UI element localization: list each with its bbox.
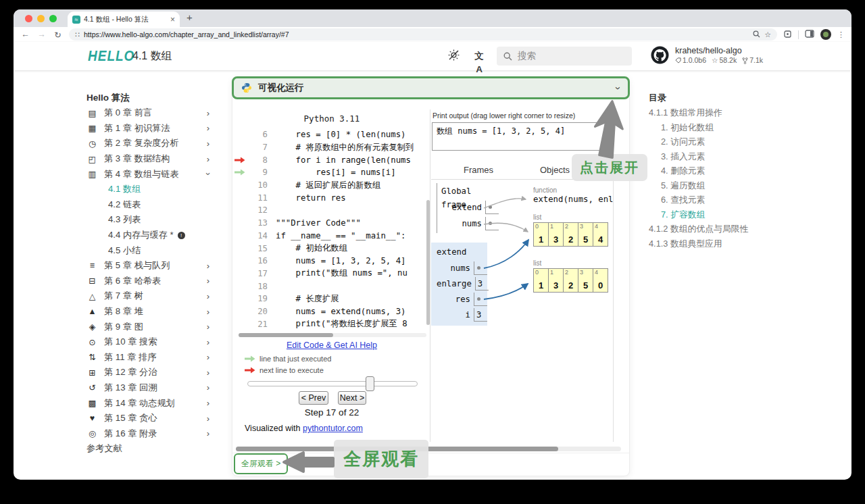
chevron-down-icon[interactable]: › [203, 173, 213, 176]
code-line: 8 for i in range(len(nums [232, 153, 429, 166]
toc-item[interactable]: 4.1.1 数组常用操作 [649, 105, 794, 120]
array-cell: 13 [548, 268, 564, 293]
chevron-right-icon[interactable]: › [207, 337, 209, 347]
profile-avatar[interactable] [820, 29, 831, 40]
sidebar-section[interactable]: 4.3 列表 [86, 212, 222, 228]
chevron-right-icon[interactable]: › [207, 108, 209, 118]
code-line: 15 # 初始化数组 [232, 242, 429, 255]
back-icon[interactable]: ← [20, 30, 30, 39]
sidebar-chapter[interactable]: ▩第 14 章 动态规划› [86, 395, 209, 411]
bookmark-star-icon[interactable]: ☆ [764, 30, 771, 39]
step-slider-thumb[interactable] [366, 376, 374, 391]
forward-icon[interactable]: → [36, 30, 47, 39]
sidebar-chapter[interactable]: ⊟第 6 章 哈希表› [86, 274, 209, 289]
sidebar-chapter[interactable]: △第 7 章 树› [86, 288, 209, 304]
new-tab-button[interactable]: + [187, 11, 193, 23]
chevron-right-icon[interactable]: › [207, 276, 209, 286]
sidebar-chapter[interactable]: ▥第 4 章 数组与链表› [86, 166, 209, 182]
chevron-right-icon[interactable]: › [207, 352, 209, 362]
chevron-right-icon[interactable]: › [207, 307, 209, 317]
toc-item[interactable]: 4.1.2 数组的优点与局限性 [649, 222, 794, 236]
sidebar-chapter[interactable]: ▲第 8 章 堆› [86, 304, 209, 320]
panel-divider [430, 109, 430, 442]
toc-item[interactable]: 6. 查找元素 [649, 193, 794, 207]
chevron-right-icon[interactable]: › [207, 322, 209, 332]
prev-step-button[interactable]: < Prev [299, 391, 328, 405]
zoom-level-icon[interactable] [753, 30, 760, 39]
chevron-right-icon[interactable]: › [207, 398, 209, 408]
variable-row: res [437, 291, 487, 306]
github-repo-link[interactable]: krahets/hello-algo 1.0.0b6 ☆ 58.2k 7.1k [651, 46, 763, 65]
chevron-right-icon[interactable]: › [207, 261, 209, 271]
site-info-icon[interactable]: ∷ [75, 30, 80, 39]
fullscreen-link[interactable]: 全屏观看 > [234, 453, 288, 474]
chevron-right-icon[interactable]: › [207, 154, 209, 164]
visual-run-header[interactable]: 可视化运行 › [232, 76, 630, 99]
browser-menu-icon[interactable]: ⋮ [837, 30, 845, 39]
fork-icon [742, 57, 748, 64]
toc-item[interactable]: 3. 插入元素 [649, 149, 794, 164]
reload-icon[interactable]: ↻ [53, 30, 63, 40]
search-input[interactable]: 搜索 [497, 47, 632, 66]
sidebar-chapter[interactable]: ◎第 16 章 附录› [86, 426, 209, 441]
hello-algo-logo[interactable]: HELLO [88, 46, 134, 66]
code-horizontal-scrollbar[interactable] [239, 333, 426, 337]
sidebar-chapter[interactable]: ≡第 5 章 栈与队列› [86, 258, 209, 274]
array-cell: 35 [578, 222, 593, 247]
chevron-down-icon[interactable]: › [613, 86, 624, 90]
value-cell: 3 [474, 308, 487, 322]
object-type-label: list [533, 213, 614, 222]
toc-item[interactable]: 7. 扩容数组 [649, 207, 794, 222]
visual-run-panel: 可视化运行 › Python 3.11 6 res = [0] * (len(n… [232, 76, 630, 476]
toc-item[interactable]: 5. 遍历数组 [649, 178, 794, 193]
theme-toggle-icon[interactable] [446, 49, 461, 63]
extensions-icon[interactable] [783, 30, 792, 40]
divide-conquer-icon: ⊞ [86, 368, 98, 378]
variable-row: i3 [437, 306, 487, 322]
window-zoom-button[interactable] [49, 15, 57, 22]
sidebar-chapter[interactable]: ⊞第 12 章 分治› [86, 365, 209, 380]
toc-item[interactable]: 2. 访问元素 [649, 134, 794, 149]
greedy-icon: ♥ [86, 413, 98, 423]
array-cell: 44 [593, 222, 608, 247]
toc-item[interactable]: 1. 初始化数组 [649, 120, 794, 135]
sidebar-section[interactable]: 4.4 内存与缓存 *! [86, 228, 222, 243]
chevron-right-icon[interactable]: › [207, 291, 209, 301]
side-panel-icon[interactable] [805, 30, 814, 39]
toc-item[interactable]: 4.1.3 数组典型应用 [649, 236, 794, 251]
sidebar-chapter[interactable]: ⊙第 10 章 搜索› [86, 334, 209, 350]
pythontutor-link[interactable]: pythontutor.com [303, 424, 363, 433]
sidebar-chapter[interactable]: ◰第 3 章 数据结构› [86, 151, 209, 167]
step-slider[interactable] [247, 381, 418, 386]
sidebar-chapter[interactable]: ▤第 0 章 前言› [86, 105, 209, 121]
window-close-button[interactable] [25, 15, 32, 22]
sidebar-references[interactable]: 参考文献 [86, 441, 209, 457]
chevron-right-icon[interactable]: › [207, 138, 209, 149]
chevron-right-icon[interactable]: › [207, 123, 209, 133]
next-step-button[interactable]: Next > [338, 391, 366, 405]
tag-icon [675, 57, 681, 64]
chevron-right-icon[interactable]: › [207, 382, 209, 393]
chevron-right-icon[interactable]: › [207, 413, 209, 424]
chevron-right-icon[interactable]: › [207, 368, 209, 378]
search-chapter-icon: ⊙ [86, 337, 98, 347]
step-counter: Step 17 of 22 [264, 407, 399, 418]
sidebar-chapter[interactable]: ⇅第 11 章 排序› [86, 350, 209, 366]
tab-close-icon[interactable]: × [170, 15, 175, 24]
edit-code-link[interactable]: Edit Code & Get AI Help [251, 341, 413, 350]
window-minimize-button[interactable] [37, 15, 45, 22]
sidebar-section[interactable]: 4.5 小结 [86, 243, 222, 258]
sidebar-section[interactable]: 4.2 链表 [86, 197, 222, 213]
sidebar-section[interactable]: 4.1 数组 [86, 182, 222, 197]
sidebar-chapter[interactable]: ♥第 15 章 贪心› [86, 411, 209, 426]
sidebar-chapter[interactable]: ↺第 13 章 回溯› [86, 380, 209, 396]
language-switch-icon[interactable]: 文A [472, 49, 487, 63]
browser-tab[interactable]: ≈ 4.1 数组 - Hello 算法 × [68, 11, 180, 27]
sidebar-chapter[interactable]: ◷第 2 章 复杂度分析› [86, 136, 209, 151]
chevron-right-icon[interactable]: › [207, 428, 209, 438]
toc-item[interactable]: 4. 删除元素 [649, 163, 794, 178]
sidebar-chapter[interactable]: ▦第 1 章 初识算法› [86, 121, 209, 136]
address-bar[interactable]: ∷ https://www.hello-algo.com/chapter_arr… [69, 28, 777, 41]
sidebar-chapter[interactable]: ◈第 9 章 图› [86, 319, 209, 334]
print-output-box[interactable]: 数组 nums = [1, 3, 2, 5, 4] [432, 122, 611, 151]
